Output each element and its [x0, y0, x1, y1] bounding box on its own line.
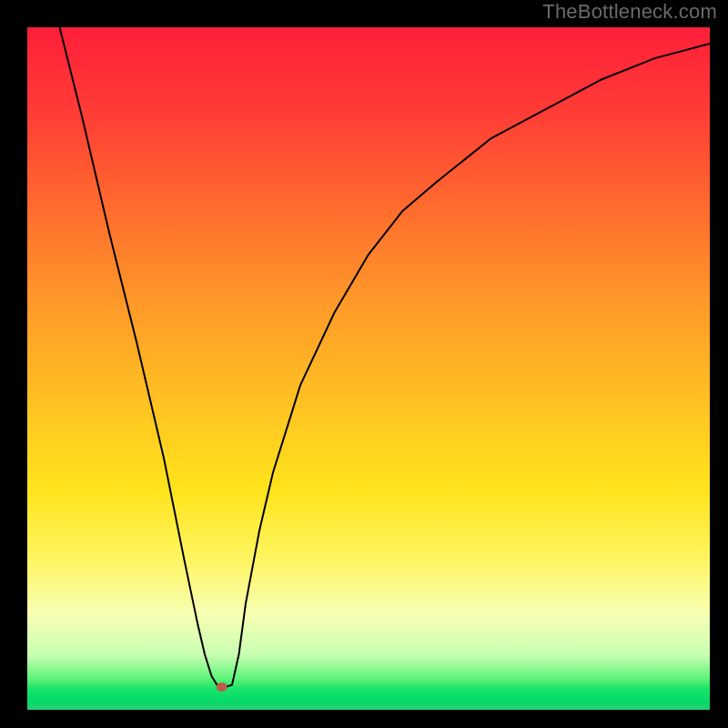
- minimum-marker: [217, 682, 228, 692]
- curve-svg: [27, 27, 710, 710]
- chart-frame: TheBottleneck.com: [0, 0, 728, 728]
- watermark-text: TheBottleneck.com: [542, 0, 717, 24]
- bottleneck-curve-path: [27, 27, 710, 687]
- plot-area: [27, 27, 710, 710]
